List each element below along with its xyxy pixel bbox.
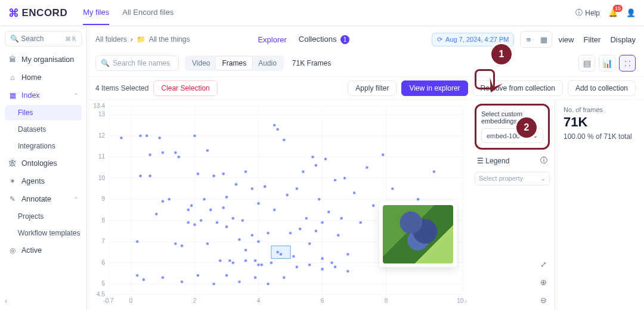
zoom-in-button[interactable]: ⊕ [537,275,550,289]
svg-point-120 [391,187,394,190]
media-type-filter: Video Frames Audio [185,55,284,71]
search-icon: 🔍 [101,59,110,67]
view-in-explorer-button[interactable]: View in explorer [401,80,467,96]
svg-text:4.5: 4.5 [97,291,105,297]
tab-collections[interactable]: Collections 1 [299,35,349,44]
svg-point-99 [305,217,308,220]
tab-my-files[interactable]: My files [83,1,109,25]
svg-point-136 [308,264,311,266]
tab-filter[interactable]: Filter [583,35,600,44]
apply-filter-button[interactable]: Apply filter [348,80,397,96]
callout-step-2: 2 [516,117,537,138]
svg-text:10.4: 10.4 [457,297,466,304]
notification-badge: 15 [613,5,623,12]
svg-point-141 [231,261,234,264]
nav-projects[interactable]: Projects [5,209,82,224]
legend-property-select[interactable]: Select property ⌄ [475,172,550,185]
nav-index[interactable]: ▦Index⌃ [5,87,82,104]
embedding-scatter-chart[interactable]: 4.5567891011121313.4-0.70246810.4 [87,100,471,310]
svg-point-137 [321,268,324,271]
svg-text:12: 12 [98,132,106,139]
svg-text:8: 8 [385,297,388,304]
fullscreen-button[interactable]: ⤢ [537,258,550,271]
view-grid-small-icon[interactable]: ▦ [536,32,552,47]
breadcrumb-sep: › [131,35,133,44]
svg-point-82 [257,202,260,205]
add-to-collection-button[interactable]: Add to collection [568,80,636,96]
pill-frames[interactable]: Frames [216,57,252,70]
nav-organisation[interactable]: 🏛My organisation [5,51,82,68]
pill-audio[interactable]: Audio [252,57,283,70]
view-bar-chart-icon[interactable]: 📊 [599,55,615,72]
annotate-icon: ✎ [8,195,17,203]
svg-point-55 [187,209,190,212]
svg-point-142 [244,259,247,262]
nav-ontologies[interactable]: 🕸Ontologies [5,155,82,172]
svg-point-108 [327,210,330,213]
global-search[interactable]: 🔍 Search ⌘ K [5,31,82,46]
nav-active[interactable]: ◎Active [5,242,82,259]
view-table-icon[interactable]: ▤ [578,55,595,72]
nav-integrations[interactable]: Integrations [5,138,82,154]
zoom-out-button[interactable]: ⊖ [537,293,550,306]
svg-point-43 [148,175,151,178]
svg-rect-36 [271,246,290,258]
svg-point-47 [162,200,165,203]
breadcrumb-root[interactable]: All folders [95,35,127,44]
svg-text:13: 13 [98,111,106,117]
info-icon[interactable]: ⓘ [540,156,547,166]
view-scatter-icon[interactable]: ⸬ [619,55,636,72]
tab-all-encord-files[interactable]: All Encord files [122,1,174,25]
breadcrumb-current[interactable]: All the things [149,35,190,44]
svg-point-48 [162,151,165,154]
pill-video[interactable]: Video [186,57,216,70]
tab-display[interactable]: Display [610,35,636,44]
collections-count-badge: 1 [340,35,349,44]
svg-point-53 [181,244,184,247]
nav-workflow-templates[interactable]: Workflow templates [5,225,82,241]
svg-point-126 [162,276,165,279]
svg-point-107 [324,157,327,160]
nav-agents[interactable]: ✶Agents [5,173,82,190]
svg-point-91 [280,253,283,256]
tab-explorer[interactable]: Explorer [258,35,286,44]
selection-count: 4 Items Selected [95,84,148,92]
user-menu[interactable]: 👤 [626,8,636,17]
svg-text:2: 2 [193,297,197,304]
nav-files[interactable]: Files [5,105,82,120]
svg-point-89 [276,251,279,254]
svg-text:13.4: 13.4 [94,103,106,109]
notifications-button[interactable]: 🔔 15 [608,8,618,17]
svg-point-112 [340,217,343,220]
svg-point-95 [292,255,295,258]
svg-point-54 [187,221,190,224]
legend-header[interactable]: ☰ Legend ⓘ [475,154,550,167]
svg-point-50 [174,242,177,245]
svg-point-38 [136,274,139,277]
svg-point-79 [251,187,254,190]
svg-text:6: 6 [101,259,105,266]
svg-point-49 [168,198,171,201]
search-icon: 🔍 [10,35,19,43]
folder-icon: 📁 [137,35,145,44]
nav-datasets[interactable]: Datasets [5,122,82,137]
view-list-icon[interactable]: ≡ [521,32,536,47]
svg-point-63 [206,149,209,152]
clear-selection-button[interactable]: Clear Selection [153,80,217,96]
file-search-input[interactable]: 🔍 Search file names [95,55,179,71]
svg-point-70 [225,225,228,228]
svg-point-127 [181,280,184,283]
tab-overview[interactable]: view [558,35,574,44]
svg-point-102 [315,230,318,232]
help-link[interactable]: ⓘ Help [575,8,600,18]
nav-home[interactable]: ⌂Home [5,69,82,86]
svg-text:9: 9 [101,196,105,202]
sidebar-collapse[interactable]: ‹ [5,296,7,305]
svg-point-131 [238,280,241,283]
svg-point-80 [254,259,257,262]
svg-point-143 [257,264,260,266]
svg-point-113 [343,176,346,179]
stats-value: 71K [564,114,636,130]
preview-thumbnail [383,205,453,264]
nav-annotate[interactable]: ✎Annotate⌃ [5,191,82,207]
